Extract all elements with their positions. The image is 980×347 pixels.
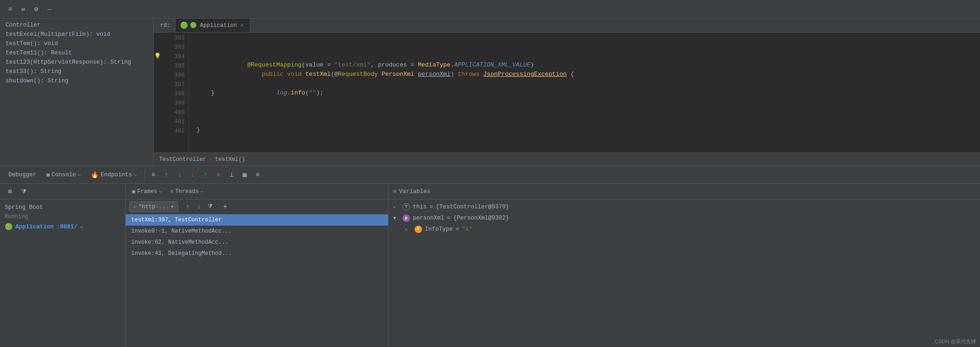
sidebar-filter-icon[interactable]: ⧩	[18, 186, 30, 198]
breadcrumb-method[interactable]: testXml()	[215, 156, 245, 163]
swap-icon[interactable]: ⇌	[18, 4, 28, 14]
var-personxml-equals: =	[447, 215, 451, 221]
console-tab-label: Console	[52, 172, 76, 178]
tab-rd[interactable]: rd:	[155, 19, 175, 32]
mute-breakpoints-btn[interactable]: ⊥	[226, 169, 238, 181]
main-area: Controller testExcel(MultipartFile): voi…	[0, 19, 980, 347]
bulb-icon[interactable]: 💡	[154, 53, 161, 60]
thread-down-btn[interactable]: ↓	[194, 202, 204, 212]
run-to-cursor-btn[interactable]: ↑	[200, 169, 212, 181]
var-infotype[interactable]: ▶ f InfoType = "a"	[389, 224, 980, 235]
frame-item-3[interactable]: invoke:43, DelegatingMethod...	[126, 248, 388, 259]
sidebar-grid-icon[interactable]: ⊞	[4, 186, 16, 198]
top-toolbar: ≡ ⇌ ⚙ —	[0, 0, 980, 19]
tab-application-label: 🟢 Application	[190, 22, 237, 29]
structure-item[interactable]: shutdown(): String	[0, 76, 153, 86]
code-line-392	[196, 33, 980, 42]
code-lines[interactable]: @RequestMapping(value = "test/xml", prod…	[189, 33, 980, 153]
line-400: 400	[165, 108, 185, 117]
frames-pin-icon: ↪	[159, 189, 162, 194]
gutter-400	[154, 107, 161, 116]
endpoints-icon: 🔥	[91, 171, 99, 179]
settings-btn[interactable]: ≡	[252, 169, 264, 181]
tab-application[interactable]: 🟢 🟢 Application ✕	[175, 19, 250, 32]
breadcrumb-class[interactable]: TestController	[159, 156, 206, 163]
endpoints-pin-icon: ↪	[134, 172, 137, 178]
var-personxml-expand[interactable]: ▼	[393, 216, 400, 221]
debug-toolbar: Debugger ▣ Console ↪ 🔥 Endpoints ↪ ≡ ↑ ↓…	[0, 166, 980, 184]
step-over-btn[interactable]: ↑	[161, 169, 173, 181]
resume-btn[interactable]: ≡	[148, 169, 160, 181]
frames-icon: ▣	[132, 188, 135, 194]
var-infotype-equals: =	[456, 226, 459, 233]
gutter-396	[154, 70, 161, 79]
endpoints-tab-label: Endpoints	[101, 172, 132, 178]
edit-icon[interactable]: ✏	[81, 223, 84, 230]
console-tab[interactable]: ▣ Console ↪	[42, 170, 85, 180]
structure-item[interactable]: testTem(): void	[0, 39, 153, 48]
thread-dropdown[interactable]: ✔ "http-... ▾	[129, 201, 178, 212]
threads-icon: ≡	[170, 189, 174, 194]
gutter-393	[154, 42, 161, 51]
structure-item[interactable]: testTem11(): Result	[0, 48, 153, 58]
debugger-tab[interactable]: Debugger	[4, 170, 41, 180]
var-personxml-icon: p	[403, 214, 410, 222]
variables-content: ▶ T this = {TestController@9379} ▼ p per…	[389, 200, 980, 347]
line-402: 402	[165, 127, 185, 136]
thread-selector: ✔ "http-... ▾ ↑ ↓ ⧩ +	[126, 200, 388, 214]
frame-item-2[interactable]: invoke:62, NativeMethodAcc...	[126, 237, 388, 248]
console-pin-icon: ↪	[78, 172, 81, 178]
structure-item[interactable]: test33(): String	[0, 67, 153, 76]
line-394: 394	[165, 52, 185, 61]
line-393: 393	[165, 43, 185, 52]
minimize-icon[interactable]: —	[44, 4, 54, 14]
var-infotype-name: InfoType	[425, 226, 453, 233]
application-item[interactable]: 🟢 Application :8081/ ✏	[0, 221, 125, 233]
line-399: 399	[165, 99, 185, 108]
line-397: 397	[165, 80, 185, 89]
endpoints-tab[interactable]: 🔥 Endpoints ↪	[86, 169, 141, 180]
threads-sub-tab[interactable]: ≡ Threads ↪	[167, 187, 207, 196]
variables-panel: ≡ Variables ▶ T this = {TestController@9…	[389, 184, 980, 347]
stop-btn[interactable]: ✕	[213, 169, 225, 181]
var-this-expand[interactable]: ▶	[393, 204, 400, 210]
frames-sub-tab[interactable]: ▣ Frames ↪	[128, 187, 166, 196]
line-395: 395	[165, 61, 185, 71]
running-label: Running	[0, 213, 125, 221]
thread-dropdown-arrow: ▾	[170, 203, 174, 210]
var-personxml[interactable]: ▼ p personXml = {PersonXml@9382}	[389, 213, 980, 224]
variables-icon: ≡	[393, 189, 396, 194]
var-infotype-icon: f	[415, 226, 422, 233]
var-this-icon: T	[403, 203, 410, 211]
view-btn[interactable]: ▦	[239, 169, 251, 181]
thread-up-btn[interactable]: ↑	[183, 202, 193, 212]
frame-item-0[interactable]: testXml:397, TestController	[126, 214, 388, 226]
app-status-icon: 🟢	[5, 223, 13, 231]
debug-panel-body: ⊞ ⧩ Spring Boot Running 🟢 Application :8…	[0, 184, 980, 347]
app-port-label: :8081/	[57, 224, 78, 230]
align-icon[interactable]: ≡	[5, 4, 15, 14]
breadcrumb-separator: ›	[209, 156, 212, 163]
structure-item[interactable]: test123(HttpServletResponse): String	[0, 58, 153, 67]
thread-filter-btn[interactable]: ⧩	[205, 202, 215, 212]
frames-content: ✔ "http-... ▾ ↑ ↓ ⧩ +	[126, 200, 388, 347]
line-numbers: 392 393 394 395 396 397 398 399 400 401 …	[161, 33, 189, 153]
line-398: 398	[165, 89, 185, 99]
step-into-btn[interactable]: ↓	[174, 169, 186, 181]
gutter-394: 💡	[154, 51, 161, 60]
line-401: 401	[165, 117, 185, 127]
frame-item-1[interactable]: invoke0:-1, NativeMethodAcc...	[126, 226, 388, 237]
line-392: 392	[165, 33, 185, 43]
var-this[interactable]: ▶ T this = {TestController@9379}	[389, 201, 980, 213]
var-infotype-expand[interactable]: ▶	[405, 227, 412, 232]
step-out-btn[interactable]: ↓	[187, 169, 199, 181]
gear-icon[interactable]: ⚙	[31, 4, 41, 14]
gutter-392	[154, 33, 161, 42]
tab-separator	[144, 170, 145, 180]
structure-item[interactable]: Controller	[0, 20, 153, 30]
structure-item[interactable]: testExcel(MultipartFile): void	[0, 30, 153, 39]
variables-header: ≡ Variables	[389, 184, 980, 200]
thread-add-btn[interactable]: +	[220, 202, 230, 212]
breadcrumb-bar: TestController › testXml()	[154, 153, 980, 166]
tab-close-icon[interactable]: ✕	[239, 22, 245, 29]
